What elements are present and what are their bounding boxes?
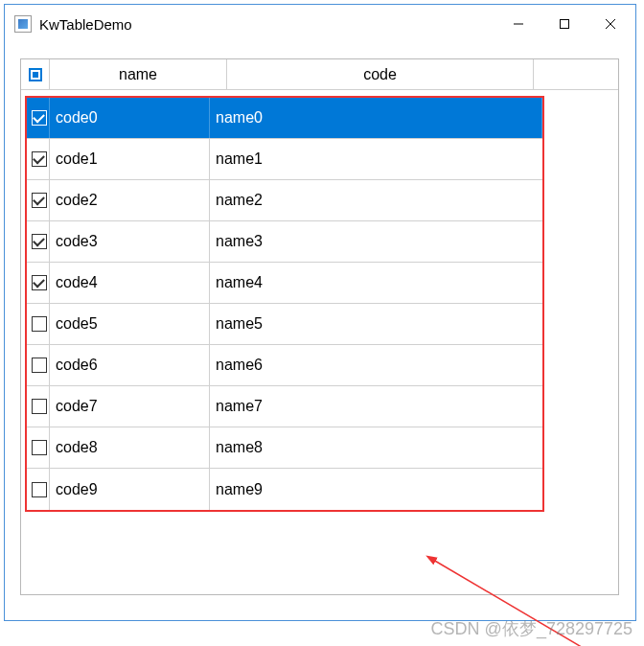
header-spacer <box>534 59 618 89</box>
checkbox-icon <box>32 440 47 455</box>
row-checkbox[interactable] <box>27 304 50 344</box>
minimize-button[interactable] <box>495 9 541 39</box>
close-button[interactable] <box>587 9 633 39</box>
checkbox-icon <box>32 151 47 167</box>
table-rows-highlight: code0name0code1name1code2name2code3name3… <box>25 96 544 512</box>
checkbox-icon <box>32 275 47 290</box>
table-header: name code <box>21 59 618 90</box>
cell-name[interactable]: code9 <box>50 469 210 510</box>
cell-code[interactable]: name2 <box>210 180 542 220</box>
cell-code[interactable]: name6 <box>210 345 542 385</box>
cell-code[interactable]: name9 <box>210 469 542 510</box>
app-icon <box>14 15 32 33</box>
cell-code[interactable]: name8 <box>210 427 542 468</box>
header-code[interactable]: code <box>227 59 534 89</box>
watermark: CSDN @依梦_728297725 <box>431 617 632 640</box>
table-row[interactable]: code7name7 <box>27 386 542 427</box>
cell-code[interactable]: name3 <box>210 221 542 262</box>
table-row[interactable]: code9name9 <box>27 469 542 510</box>
row-checkbox[interactable] <box>27 98 50 138</box>
row-checkbox[interactable] <box>27 469 50 510</box>
table-row[interactable]: code3name3 <box>27 221 542 263</box>
cell-name[interactable]: code7 <box>50 386 210 427</box>
header-name[interactable]: name <box>50 59 227 89</box>
table-row[interactable]: code6name6 <box>27 345 542 386</box>
checkbox-icon <box>32 316 47 332</box>
row-checkbox[interactable] <box>27 386 50 427</box>
row-checkbox[interactable] <box>27 263 50 303</box>
cell-code[interactable]: name7 <box>210 386 542 427</box>
row-checkbox[interactable] <box>27 427 50 468</box>
window-controls <box>495 9 633 39</box>
row-checkbox[interactable] <box>27 180 50 220</box>
svg-rect-1 <box>561 20 569 29</box>
checkbox-icon <box>32 234 47 249</box>
table-row[interactable]: code1name1 <box>27 139 542 180</box>
row-checkbox[interactable] <box>27 345 50 385</box>
cell-name[interactable]: code6 <box>50 345 210 385</box>
cell-code[interactable]: name4 <box>210 263 542 303</box>
cell-name[interactable]: code0 <box>50 98 210 138</box>
cell-name[interactable]: code2 <box>50 180 210 220</box>
checkbox-icon <box>32 482 47 497</box>
titlebar: KwTableDemo <box>5 5 635 43</box>
table-row[interactable]: code0name0 <box>27 98 542 139</box>
checkbox-icon <box>32 110 47 126</box>
header-checkbox[interactable] <box>21 59 50 89</box>
window-title: KwTableDemo <box>39 16 495 33</box>
cell-name[interactable]: code1 <box>50 139 210 179</box>
checkbox-icon <box>32 358 47 373</box>
checkbox-icon <box>32 193 47 208</box>
cell-name[interactable]: code4 <box>50 263 210 303</box>
client-area: name code code0name0code1name1code2name2… <box>5 43 635 620</box>
cell-code[interactable]: name5 <box>210 304 542 344</box>
app-window: KwTableDemo name code code0name0code1nam… <box>4 4 636 621</box>
cell-name[interactable]: code8 <box>50 427 210 468</box>
table: name code code0name0code1name1code2name2… <box>20 58 619 595</box>
table-row[interactable]: code4name4 <box>27 263 542 304</box>
maximize-button[interactable] <box>541 9 587 39</box>
cell-name[interactable]: code5 <box>50 304 210 344</box>
row-checkbox[interactable] <box>27 139 50 179</box>
table-row[interactable]: code2name2 <box>27 180 542 221</box>
row-checkbox[interactable] <box>27 221 50 262</box>
cell-code[interactable]: name0 <box>210 98 542 138</box>
cell-code[interactable]: name1 <box>210 139 542 179</box>
cell-name[interactable]: code3 <box>50 221 210 262</box>
table-row[interactable]: code8name8 <box>27 427 542 469</box>
table-row[interactable]: code5name5 <box>27 304 542 345</box>
checkbox-icon <box>32 399 47 414</box>
